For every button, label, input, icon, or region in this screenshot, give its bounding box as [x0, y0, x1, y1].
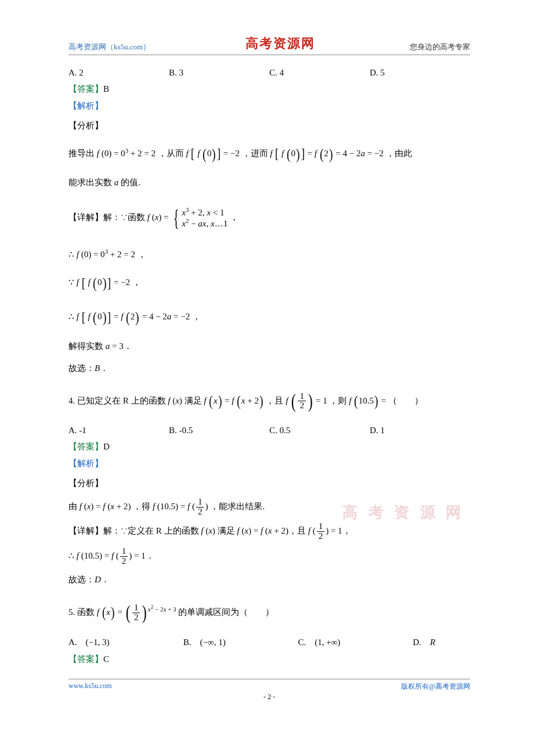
t: 4. 已知定义在 R 上的函数 — [68, 395, 168, 405]
sel: B — [95, 363, 100, 373]
q4-select: 故选：D． — [68, 571, 470, 588]
num: 1 — [298, 392, 306, 402]
page-footer: www.ks5u.com 版权所有@高考资源网 — [68, 679, 470, 692]
q3-l3: ∴ f [ f (0)] = f (2) = 4 − 2a = −2 ， — [68, 303, 470, 332]
q5-answer-value: C — [103, 654, 109, 664]
q4-choice-B: B. -0.5 — [169, 426, 269, 435]
t: 由 — [68, 501, 80, 510]
t: 满足 — [182, 395, 204, 405]
q4-answer: 【答案】D — [68, 441, 470, 452]
num: 1 — [317, 522, 325, 532]
t: 5. 函数 — [68, 607, 97, 617]
q3-l5: 故选：B． — [68, 360, 470, 377]
blank: （ ） — [388, 395, 423, 405]
page-header: 高考资源网（ks5u.com） 高考资源网 您身边的高考专家 — [68, 35, 470, 55]
t: ，则 — [329, 395, 349, 405]
t: ． — [100, 363, 109, 373]
answer-label: 【答案】 — [68, 654, 103, 664]
piecewise: x3 + 2, x < 1 x2 − ax, x…1 — [182, 207, 228, 230]
q3-detail-line: 【详解】解：∵函数 f (x) = { x3 + 2, x < 1 x2 − a… — [68, 196, 470, 240]
t: 满足 — [215, 526, 237, 535]
t: ， — [342, 526, 351, 535]
den: 2 — [120, 557, 128, 566]
t: ，能求出结果. — [210, 501, 265, 510]
q4-choice-D: D. 1 — [370, 426, 470, 435]
q5-choice-C: C. (1, +∞) — [298, 637, 413, 648]
q4-choices: A. -1 B. -0.5 C. 0.5 D. 1 — [68, 426, 470, 435]
header-right: 您身边的高考专家 — [410, 42, 470, 52]
t: ． — [146, 550, 154, 560]
q4-choice-C: C. 0.5 — [269, 426, 370, 435]
num: 1 — [120, 547, 128, 557]
q3-choices: A. 2 B. 3 C. 4 D. 5 — [68, 68, 470, 78]
den: 2 — [298, 401, 306, 411]
q3-fenxi-label: 【分析】 — [68, 117, 470, 134]
header-center-logo: 高考资源网 — [246, 35, 315, 52]
t: 的单调减区间为（ ） — [178, 607, 274, 617]
den: 2 — [196, 507, 204, 517]
t: 推导出 — [68, 149, 97, 158]
answer-label: 【答案】 — [68, 84, 103, 93]
footer-left: www.ks5u.com — [68, 682, 112, 692]
q4-choice-A: A. -1 — [68, 426, 169, 435]
t: 故选： — [68, 363, 95, 373]
q3-analysis-label: 【解析】 — [68, 100, 470, 111]
num: 1 — [132, 603, 140, 613]
t: 解得实数 — [68, 341, 106, 351]
t: ，由此 — [386, 149, 412, 158]
q3-fenxi-line1: 推导出 f (0) = 03 + 2 = 2 ，从而 f [ f (0)] = … — [68, 140, 470, 168]
q4-result: ∴ f (10.5) = f (12) = 1． — [68, 547, 470, 566]
eqv: = 1 — [313, 395, 327, 405]
t: 能求出实数 — [68, 178, 114, 187]
t: ，得 — [133, 501, 153, 510]
q3-answer: 【答案】B — [68, 84, 470, 95]
t: ，从而 — [158, 149, 186, 158]
t: ， — [230, 213, 239, 222]
footer-page-number: - 2 - — [68, 693, 470, 701]
detail-label: 【详解】解：∵函数 — [68, 213, 147, 222]
q3-choice-A: A. 2 — [68, 68, 169, 78]
q5-choice-B: B. (−∞, 1) — [183, 637, 298, 648]
answer-label: 【答案】 — [68, 442, 103, 451]
q3-choice-D: D. 5 — [370, 68, 470, 78]
q5-answer: 【答案】C — [68, 654, 470, 665]
q4-analysis-label: 【解析】 — [68, 458, 470, 469]
q5-choice-D: D. R — [413, 637, 470, 648]
q3-l1: ∴ f (0) = 03 + 2 = 2 ， — [68, 246, 470, 263]
t: ． — [124, 341, 132, 351]
t: 的值. — [118, 178, 140, 187]
q4-ana: 由 f (x) = f (x + 2) ，得 f (10.5) = f (12)… — [68, 498, 470, 517]
t: ，且 — [266, 395, 286, 405]
den: 2 — [317, 532, 325, 541]
sel: D — [95, 575, 101, 584]
q5-choice-A: A. (−1, 3) — [68, 637, 183, 648]
q4-answer-value: D — [103, 442, 110, 451]
q3-l2: ∵ f [ f (0)] = −2 ， — [68, 269, 470, 297]
q3-answer-value: B — [103, 84, 109, 93]
q4-stem: 4. 已知定义在 R 上的函数 f (x) 满足 f (x) = f (x + … — [68, 383, 470, 420]
q5-stem: 5. 函数 f (x) = (12)x2 − 2x + 3 的单调减区间为（ ） — [68, 594, 470, 632]
t: ，且 — [288, 526, 308, 535]
q3-choice-C: C. 4 — [269, 68, 370, 78]
q3-choice-B: B. 3 — [169, 68, 269, 78]
q5-choices: A. (−1, 3) B. (−∞, 1) C. (1, +∞) D. R — [68, 637, 470, 648]
t: ，进而 — [242, 149, 270, 158]
t: ． — [101, 575, 110, 584]
t: 故选： — [68, 575, 95, 584]
q4-fenxi-label: 【分析】 — [68, 475, 470, 492]
q3-l4: 解得实数 a = 3． — [68, 338, 470, 355]
header-left: 高考资源网（ks5u.com） — [68, 42, 150, 52]
num: 1 — [196, 498, 204, 507]
den: 2 — [132, 613, 140, 622]
q3-fenxi-line2: 能求出实数 a 的值. — [68, 174, 470, 191]
footer-right: 版权所有@高考资源网 — [401, 682, 470, 692]
t: 【详解】解：∵定义在 R 上的函数 — [68, 526, 201, 535]
q4-detail: 【详解】解：∵定义在 R 上的函数 f (x) 满足 f (x) = f (x … — [68, 522, 470, 541]
document-page: 高考资源网（ks5u.com） 高考资源网 您身边的高考专家 A. 2 B. 3… — [0, 0, 534, 719]
